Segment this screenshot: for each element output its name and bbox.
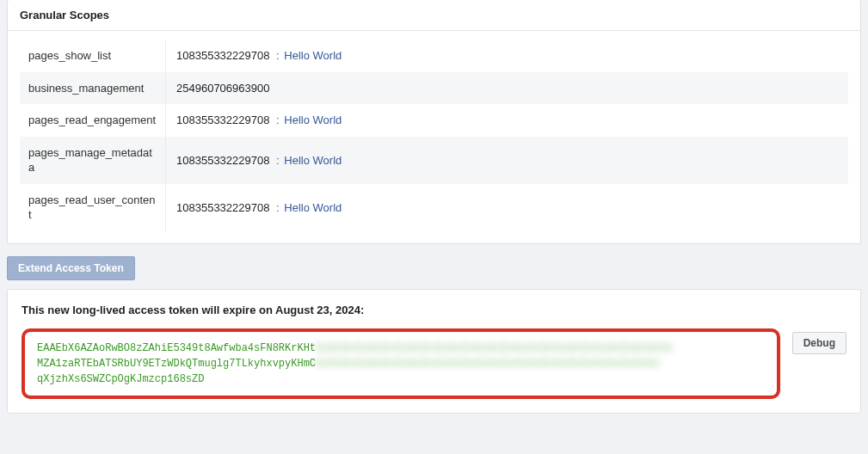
scope-link[interactable]: Hello World <box>284 114 342 126</box>
scope-link[interactable]: Hello World <box>284 49 342 62</box>
scope-link[interactable]: Hello World <box>284 154 342 167</box>
token-box: EAAEbX6AZAoRwBO8zZAhiE5349t8Awfwba4sFN8R… <box>22 328 780 399</box>
scope-value: 108355332229708 : Hello World <box>166 105 848 135</box>
granular-scopes-panel: Granular Scopes pages_show_list108355332… <box>7 0 861 244</box>
scope-row: pages_read_engagement108355332229708 : H… <box>20 104 848 137</box>
scope-name: pages_read_user_content <box>20 184 166 231</box>
debug-button[interactable]: Debug <box>792 332 846 354</box>
separator: : <box>273 114 282 126</box>
token-heading: This new long-lived access token will ex… <box>22 304 846 316</box>
scope-row: pages_read_user_content108355332229708 :… <box>20 184 848 231</box>
scope-name: business_management <box>20 72 166 105</box>
token-visible-segment: qXjzhXs6SWZCpOgKJmzcp168sZD <box>37 371 204 387</box>
scope-name: pages_show_list <box>20 40 166 72</box>
scope-value: 108355332229708 : Hello World <box>166 193 848 223</box>
scope-row: business_management254960706963900 <box>20 72 848 105</box>
scope-row: pages_manage_metadata108355332229708 : H… <box>20 137 848 184</box>
scopes-table: pages_show_list108355332229708 : Hello W… <box>8 31 860 243</box>
scope-row: pages_show_list108355332229708 : Hello W… <box>20 40 848 72</box>
scope-value: 254960706963900 <box>166 73 848 103</box>
token-visible-segment: MZA1zaRTEbATSRbUY9ETzWDkQTmuglg7TLkyhxvp… <box>37 356 316 371</box>
scope-name: pages_manage_metadata <box>20 137 166 184</box>
scope-id: 108355332229708 <box>176 49 269 62</box>
token-line: EAAEbX6AZAoRwBO8zZAhiE5349t8Awfwba4sFN8R… <box>37 340 765 356</box>
extend-access-token-button[interactable]: Extend Access Token <box>7 256 135 280</box>
scope-value: 108355332229708 : Hello World <box>166 40 848 71</box>
token-line: qXjzhXs6SWZCpOgKJmzcp168sZD <box>37 371 765 387</box>
separator: : <box>273 154 282 167</box>
scope-value: 108355332229708 : Hello World <box>166 145 848 175</box>
token-line: MZA1zaRTEbATSRbUY9ETzWDkQTmuglg7TLkyhxvp… <box>37 356 765 371</box>
scope-name: pages_read_engagement <box>20 104 166 137</box>
scope-id: 108355332229708 <box>176 114 269 126</box>
separator: : <box>273 201 282 214</box>
token-blurred-segment: XxXxXxXxXxXxXxXxXxXxXxXxXxXxXxXxXxXxXxXx… <box>316 356 660 371</box>
granular-scopes-title: Granular Scopes <box>8 0 860 31</box>
token-visible-segment: EAAEbX6AZAoRwBO8zZAhiE5349t8Awfwba4sFN8R… <box>37 340 316 356</box>
scope-id: 254960706963900 <box>176 82 269 95</box>
scopes-rows: pages_show_list108355332229708 : Hello W… <box>20 40 848 231</box>
token-row: EAAEbX6AZAoRwBO8zZAhiE5349t8Awfwba4sFN8R… <box>22 328 846 399</box>
scope-id: 108355332229708 <box>176 154 269 167</box>
token-blurred-segment: XxXxXxXxXxXxXxXxXxXxXxXxXxXxXxXxXxXxXxXx… <box>316 340 674 356</box>
long-lived-token-panel: This new long-lived access token will ex… <box>7 289 861 414</box>
separator: : <box>273 49 282 62</box>
scope-id: 108355332229708 <box>176 201 269 214</box>
scope-link[interactable]: Hello World <box>284 201 342 214</box>
